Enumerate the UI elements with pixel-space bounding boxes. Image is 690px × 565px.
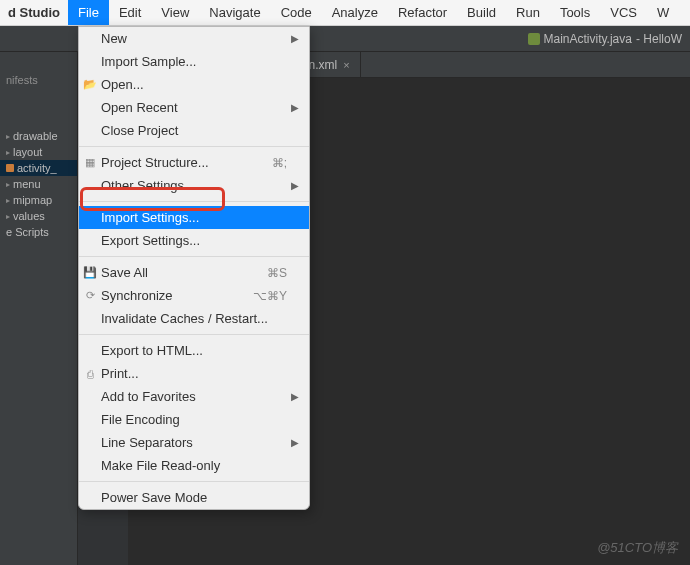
menu-separator — [79, 481, 309, 482]
sidebar-item-label: layout — [13, 146, 42, 158]
menu-item-label: File Encoding — [101, 412, 287, 427]
menubar-item-vcs[interactable]: VCS — [600, 0, 647, 25]
menu-icon: 💾 — [83, 266, 97, 279]
menu-separator — [79, 146, 309, 147]
menu-item-open[interactable]: 📂Open... — [79, 73, 309, 96]
chevron-right-icon: ▸ — [6, 180, 10, 189]
project-sidebar[interactable]: nifests ▸drawable▸layoutactivity_▸menu▸m… — [0, 52, 78, 565]
menu-item-label: Import Sample... — [101, 54, 287, 69]
menu-item-file-encoding[interactable]: File Encoding — [79, 408, 309, 431]
sidebar-item[interactable]: ▸mipmap — [0, 192, 77, 208]
chevron-right-icon: ▸ — [6, 196, 10, 205]
menu-item-label: Print... — [101, 366, 287, 381]
sidebar-item[interactable]: activity_ — [0, 160, 77, 176]
menu-item-label: Close Project — [101, 123, 287, 138]
close-icon[interactable]: × — [343, 59, 349, 71]
breadcrumb-suffix: - HelloW — [636, 32, 682, 46]
menu-icon: ⎙ — [83, 368, 97, 380]
watermark: @51CTO博客 — [597, 539, 678, 557]
submenu-arrow-icon: ▶ — [291, 180, 299, 191]
menu-item-make-file-read-only[interactable]: Make File Read-only — [79, 454, 309, 477]
menu-item-import-settings[interactable]: Import Settings... — [79, 206, 309, 229]
menu-item-label: Import Settings... — [101, 210, 287, 225]
sidebar-item[interactable]: ▸values — [0, 208, 77, 224]
menu-item-line-separators[interactable]: Line Separators▶ — [79, 431, 309, 454]
menu-icon: ⟳ — [83, 289, 97, 302]
menubar: d Studio FileEditViewNavigateCodeAnalyze… — [0, 0, 690, 26]
class-icon — [528, 33, 540, 45]
menu-item-export-to-html[interactable]: Export to HTML... — [79, 339, 309, 362]
app-name: d Studio — [0, 5, 68, 20]
shortcut-label: ⌘S — [267, 266, 287, 280]
submenu-arrow-icon: ▶ — [291, 391, 299, 402]
menubar-item-refactor[interactable]: Refactor — [388, 0, 457, 25]
menu-item-label: Other Settings — [101, 178, 287, 193]
menu-item-import-sample[interactable]: Import Sample... — [79, 50, 309, 73]
menu-item-label: Line Separators — [101, 435, 287, 450]
menu-item-label: Add to Favorites — [101, 389, 287, 404]
menu-item-print[interactable]: ⎙Print... — [79, 362, 309, 385]
chevron-right-icon: ▸ — [6, 132, 10, 141]
menubar-item-navigate[interactable]: Navigate — [199, 0, 270, 25]
shortcut-label: ⌘; — [272, 156, 287, 170]
sidebar-item-label: activity_ — [17, 162, 57, 174]
menu-item-save-all[interactable]: 💾Save All⌘S — [79, 261, 309, 284]
chevron-right-icon: ▸ — [6, 148, 10, 157]
menu-separator — [79, 256, 309, 257]
menubar-item-run[interactable]: Run — [506, 0, 550, 25]
shortcut-label: ⌥⌘Y — [253, 289, 287, 303]
submenu-arrow-icon: ▶ — [291, 33, 299, 44]
sidebar-item[interactable]: e Scripts — [0, 224, 77, 240]
sidebar-item-label: drawable — [13, 130, 58, 142]
menu-item-close-project[interactable]: Close Project — [79, 119, 309, 142]
menu-item-open-recent[interactable]: Open Recent▶ — [79, 96, 309, 119]
sidebar-item[interactable]: ▸menu — [0, 176, 77, 192]
menu-item-label: Open Recent — [101, 100, 287, 115]
menu-item-label: Power Save Mode — [101, 490, 287, 505]
sidebar-item-label: values — [13, 210, 45, 222]
submenu-arrow-icon: ▶ — [291, 437, 299, 448]
menu-separator — [79, 201, 309, 202]
menubar-item-w[interactable]: W — [647, 0, 679, 25]
menu-item-label: Open... — [101, 77, 287, 92]
menu-item-label: Invalidate Caches / Restart... — [101, 311, 287, 326]
menubar-item-edit[interactable]: Edit — [109, 0, 151, 25]
menu-item-other-settings[interactable]: Other Settings▶ — [79, 174, 309, 197]
menu-item-label: Export Settings... — [101, 233, 287, 248]
menu-item-project-structure[interactable]: ▦Project Structure...⌘; — [79, 151, 309, 174]
file-icon — [6, 164, 14, 172]
submenu-arrow-icon: ▶ — [291, 102, 299, 113]
menu-icon: ▦ — [83, 156, 97, 169]
menubar-item-view[interactable]: View — [151, 0, 199, 25]
file-menu-dropdown: New▶Import Sample...📂Open...Open Recent▶… — [78, 26, 310, 510]
menu-icon: 📂 — [83, 78, 97, 91]
sidebar-item[interactable]: ▸layout — [0, 144, 77, 160]
menu-item-add-to-favorites[interactable]: Add to Favorites▶ — [79, 385, 309, 408]
menubar-item-analyze[interactable]: Analyze — [322, 0, 388, 25]
menu-separator — [79, 334, 309, 335]
menubar-item-tools[interactable]: Tools — [550, 0, 600, 25]
sidebar-item-label: mipmap — [13, 194, 52, 206]
menu-item-invalidate-caches-restart[interactable]: Invalidate Caches / Restart... — [79, 307, 309, 330]
breadcrumb-file: MainActivity.java — [544, 32, 632, 46]
menu-item-label: Export to HTML... — [101, 343, 287, 358]
menu-item-power-save-mode[interactable]: Power Save Mode — [79, 486, 309, 509]
menu-item-label: Save All — [101, 265, 267, 280]
sidebar-item[interactable]: ▸drawable — [0, 128, 77, 144]
menubar-item-build[interactable]: Build — [457, 0, 506, 25]
sidebar-header: nifests — [0, 72, 77, 88]
sidebar-item-label: e Scripts — [6, 226, 49, 238]
breadcrumb: MainActivity.java - HelloW — [520, 32, 691, 46]
menu-item-label: Synchronize — [101, 288, 253, 303]
menubar-item-code[interactable]: Code — [271, 0, 322, 25]
chevron-right-icon: ▸ — [6, 212, 10, 221]
menu-item-label: Project Structure... — [101, 155, 272, 170]
menu-item-label: New — [101, 31, 287, 46]
menu-item-synchronize[interactable]: ⟳Synchronize⌥⌘Y — [79, 284, 309, 307]
menu-item-export-settings[interactable]: Export Settings... — [79, 229, 309, 252]
sidebar-item-label: menu — [13, 178, 41, 190]
menu-item-label: Make File Read-only — [101, 458, 287, 473]
menu-item-new[interactable]: New▶ — [79, 27, 309, 50]
menubar-item-file[interactable]: File — [68, 0, 109, 25]
